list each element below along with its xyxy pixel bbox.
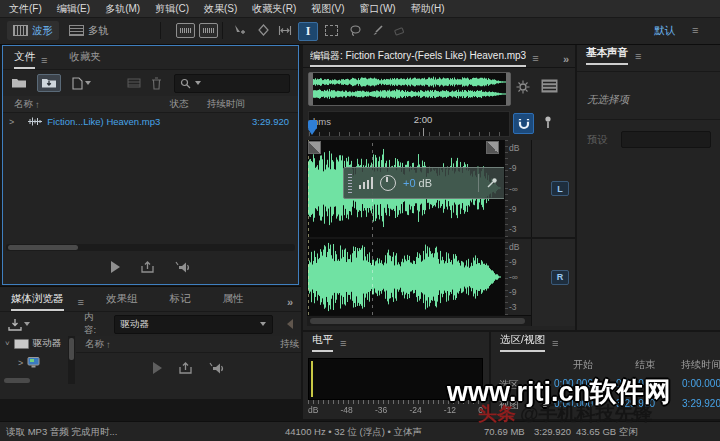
waveform-view-button[interactable]: 波形 bbox=[7, 21, 59, 40]
marquee-selection-tool-icon[interactable] bbox=[322, 22, 340, 39]
slip-tool-icon[interactable] bbox=[276, 22, 294, 39]
menu-help[interactable]: 帮助(H) bbox=[411, 2, 445, 16]
files-panel-menu-icon[interactable]: ≡ bbox=[41, 55, 47, 69]
workspace-selector[interactable]: 默认 bbox=[648, 21, 681, 40]
menu-file[interactable]: 文件(F) bbox=[9, 2, 42, 16]
file-name[interactable]: Fiction...Like) Heaven.mp3 bbox=[47, 116, 160, 127]
marker-pin-icon[interactable] bbox=[538, 113, 557, 132]
hud-pin-icon[interactable] bbox=[486, 177, 498, 189]
selview-menu-icon[interactable]: ≡ bbox=[552, 338, 558, 352]
col-name[interactable]: 名称 bbox=[14, 98, 33, 111]
selview-title[interactable]: 选区/视图 bbox=[500, 333, 545, 352]
multitrack-view-button[interactable]: 多轨 bbox=[63, 21, 115, 40]
tab-properties[interactable]: 属性 bbox=[222, 292, 243, 311]
essential-menu-icon[interactable]: ≡ bbox=[635, 51, 641, 65]
overview-right-handle[interactable] bbox=[506, 73, 510, 105]
play-button[interactable] bbox=[111, 261, 120, 273]
import-file-button[interactable] bbox=[37, 74, 61, 92]
menu-edit[interactable]: 编辑(E) bbox=[57, 2, 90, 16]
tree-item-computer[interactable]: > bbox=[0, 355, 66, 370]
left-channel-waveform[interactable]: +0 dB bbox=[307, 140, 504, 237]
tree-vertical-scrollbar[interactable] bbox=[68, 336, 75, 384]
lasso-selection-tool-icon[interactable] bbox=[346, 22, 364, 39]
tab-files[interactable]: 文件 bbox=[14, 50, 35, 69]
menu-window[interactable]: 窗口(W) bbox=[360, 2, 396, 16]
editor-more-chevron-icon[interactable]: » bbox=[563, 53, 569, 67]
waveform-display-icon[interactable] bbox=[176, 23, 195, 38]
col-status[interactable]: 状态 bbox=[170, 98, 189, 111]
right-channel-waveform[interactable] bbox=[307, 239, 504, 315]
selection-start-value[interactable]: 0:00.000 bbox=[535, 378, 593, 392]
trash-icon[interactable] bbox=[151, 77, 162, 90]
auto-play-speaker-icon[interactable] bbox=[175, 261, 191, 274]
menu-favorites[interactable]: 收藏夹(R) bbox=[252, 2, 296, 16]
editor-scrollbar-thumb[interactable] bbox=[310, 318, 525, 324]
selection-end-value[interactable]: 0:00.000 bbox=[593, 378, 655, 392]
preset-input[interactable] bbox=[621, 131, 711, 148]
view-duration-value[interactable]: 3:29.920 bbox=[655, 398, 720, 412]
media-col-name[interactable]: 名称 bbox=[85, 338, 104, 351]
editor-menu-icon[interactable]: ≡ bbox=[532, 53, 538, 67]
editor-horizontal-scrollbar[interactable] bbox=[307, 315, 531, 326]
media-play-button[interactable] bbox=[153, 362, 162, 374]
files-scrollbar-thumb[interactable] bbox=[8, 245, 78, 250]
menu-multitrack[interactable]: 多轨(M) bbox=[105, 2, 140, 16]
menu-view[interactable]: 视图(V) bbox=[311, 2, 344, 16]
timeline-ruler[interactable]: hms 2:00 bbox=[308, 111, 510, 137]
view-start-value[interactable]: 0:00.000 bbox=[535, 398, 593, 412]
right-channel-badge[interactable]: R bbox=[551, 270, 569, 285]
new-file-button[interactable] bbox=[71, 77, 91, 90]
razor-tool-icon[interactable] bbox=[254, 22, 272, 39]
files-horizontal-scrollbar[interactable] bbox=[6, 244, 295, 251]
playhead-marker[interactable] bbox=[308, 120, 317, 129]
media-speaker-icon[interactable] bbox=[209, 362, 225, 375]
tab-favorites[interactable]: 收藏夹 bbox=[69, 50, 101, 69]
fade-in-handle[interactable] bbox=[308, 141, 321, 154]
tree-expander-right[interactable]: > bbox=[18, 358, 23, 368]
tab-effects-rack[interactable]: 效果组 bbox=[106, 292, 138, 311]
time-selection-tool-icon[interactable]: I bbox=[298, 22, 318, 41]
overview-waveform[interactable] bbox=[308, 72, 511, 106]
essential-sound-title[interactable]: 基本声音 bbox=[586, 46, 628, 65]
eraser-tool-icon[interactable] bbox=[390, 22, 408, 39]
menu-effects[interactable]: 效果(S) bbox=[204, 2, 237, 16]
levels-menu-icon[interactable]: ≡ bbox=[340, 338, 346, 352]
tab-markers[interactable]: 标记 bbox=[169, 292, 190, 311]
tab-media-browser[interactable]: 媒体浏览器 bbox=[11, 292, 64, 311]
workspace-menu-icon[interactable]: ≡ bbox=[692, 25, 698, 36]
settings-gear-icon[interactable] bbox=[515, 79, 531, 95]
overview-left-handle[interactable] bbox=[309, 73, 313, 105]
levels-title[interactable]: 电平 bbox=[312, 333, 333, 352]
more-panels-chevron-icon[interactable]: » bbox=[287, 296, 293, 311]
editor-title[interactable]: 编辑器: Fiction Factory-(Feels Like) Heaven… bbox=[310, 49, 526, 67]
open-file-button[interactable] bbox=[11, 77, 27, 89]
hud-gain-value[interactable]: +0 bbox=[403, 177, 416, 189]
move-tool-icon[interactable] bbox=[230, 22, 248, 39]
view-end-value[interactable]: 3:29.920 bbox=[593, 398, 655, 412]
spectral-display-icon[interactable] bbox=[199, 23, 218, 38]
tree-hscroll-thumb[interactable] bbox=[4, 378, 30, 383]
tree-expander-down[interactable]: ˅ bbox=[5, 339, 10, 348]
media-col-duration[interactable]: 持续 bbox=[280, 338, 299, 351]
selection-duration-value[interactable]: 0:00.000 bbox=[655, 378, 720, 392]
list-view-icon[interactable] bbox=[541, 79, 558, 93]
fade-out-handle[interactable] bbox=[486, 141, 499, 154]
expander-icon[interactable]: > bbox=[9, 117, 14, 127]
loop-button[interactable] bbox=[140, 261, 155, 274]
search-input[interactable] bbox=[174, 74, 290, 93]
media-loop-button[interactable] bbox=[178, 362, 193, 375]
import-icon[interactable] bbox=[8, 318, 30, 331]
gain-hud[interactable]: +0 dB bbox=[343, 167, 504, 199]
media-browser-menu-icon[interactable]: ≡ bbox=[78, 297, 84, 311]
tree-vscroll-thumb[interactable] bbox=[69, 338, 74, 360]
back-arrow-icon[interactable] bbox=[287, 319, 293, 329]
file-row[interactable]: > Fiction...Like) Heaven.mp3 3:29.920 bbox=[3, 113, 298, 130]
gain-knob-icon[interactable] bbox=[380, 175, 396, 191]
col-duration[interactable]: 持续时间 bbox=[207, 98, 245, 111]
brush-tool-icon[interactable] bbox=[368, 22, 386, 39]
hud-grip-icon[interactable] bbox=[348, 173, 352, 193]
content-dropdown[interactable]: 驱动器 bbox=[114, 315, 273, 334]
tree-item-drives[interactable]: ˅ 驱动器 bbox=[0, 336, 66, 351]
insert-into-multitrack-button[interactable] bbox=[127, 77, 141, 89]
menu-clip[interactable]: 剪辑(C) bbox=[155, 2, 189, 16]
